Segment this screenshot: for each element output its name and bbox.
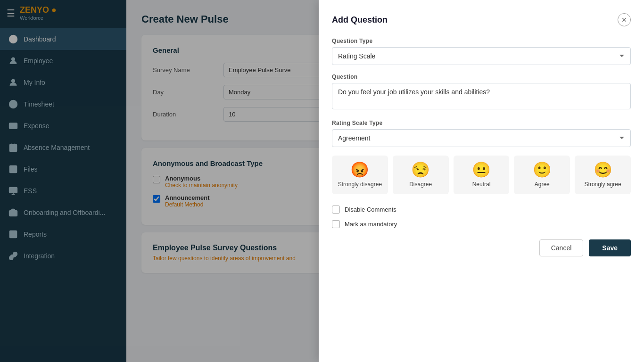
rating-option-agree[interactable]: 🙂 Agree <box>514 156 570 194</box>
modal-footer: Cancel Save <box>332 239 631 256</box>
question-type-select[interactable]: Rating Scale Multiple Choice Short Answe… <box>332 47 631 65</box>
modal-overlay: Add Question ✕ Question Type Rating Scal… <box>0 0 644 362</box>
modal-title: Add Question <box>332 15 388 25</box>
rating-scale-type-label: Rating Scale Type <box>332 120 631 126</box>
neutral-label: Neutral <box>472 181 491 188</box>
modal-header: Add Question ✕ <box>332 13 631 26</box>
question-textarea[interactable]: Do you feel your job utilizes your skill… <box>332 83 631 109</box>
question-type-label: Question Type <box>332 38 631 44</box>
add-question-modal: Add Question ✕ Question Type Rating Scal… <box>319 0 644 362</box>
cancel-button[interactable]: Cancel <box>539 239 584 256</box>
disable-comments-checkbox[interactable] <box>332 206 340 214</box>
strongly-agree-label: Strongly agree <box>585 181 621 188</box>
strongly-disagree-label: Strongly disagree <box>338 181 382 188</box>
question-type-section: Question Type Rating Scale Multiple Choi… <box>332 38 631 74</box>
rating-options: 😡 Strongly disagree 😒 Disagree 😐 Neutral… <box>332 156 631 194</box>
mark-mandatory-row: Mark as mandatory <box>332 220 631 228</box>
rating-option-strongly-agree[interactable]: 😊 Strongly agree <box>575 156 631 194</box>
save-button[interactable]: Save <box>589 239 631 256</box>
rating-scale-type-section: Rating Scale Type Agreement Satisfaction… <box>332 120 631 156</box>
disagree-label: Disagree <box>409 181 432 188</box>
close-button[interactable]: ✕ <box>618 13 631 26</box>
agree-label: Agree <box>535 181 550 188</box>
strongly-agree-emoji: 😊 <box>594 162 612 177</box>
disable-comments-row: Disable Comments <box>332 206 631 214</box>
strongly-disagree-emoji: 😡 <box>350 162 369 177</box>
rating-option-disagree[interactable]: 😒 Disagree <box>393 156 449 194</box>
question-section: Question Do you feel your job utilizes y… <box>332 74 631 120</box>
rating-option-strongly-disagree[interactable]: 😡 Strongly disagree <box>332 156 388 194</box>
disable-comments-label: Disable Comments <box>345 206 396 213</box>
agree-emoji: 🙂 <box>533 162 552 177</box>
neutral-emoji: 😐 <box>472 162 491 177</box>
rating-scale-type-select[interactable]: Agreement Satisfaction Frequency Importa… <box>332 129 631 147</box>
question-label: Question <box>332 74 631 80</box>
disagree-emoji: 😒 <box>411 162 430 177</box>
mark-mandatory-label: Mark as mandatory <box>345 221 397 228</box>
mark-mandatory-checkbox[interactable] <box>332 220 340 228</box>
rating-option-neutral[interactable]: 😐 Neutral <box>454 156 510 194</box>
